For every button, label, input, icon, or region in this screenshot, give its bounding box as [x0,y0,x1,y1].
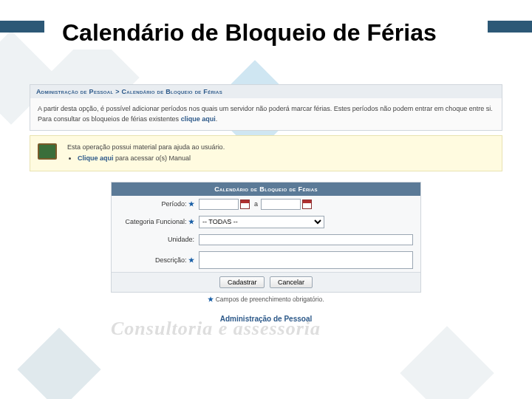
row-unidade: Unidade: [112,231,420,248]
footer-link[interactable]: Administração de Pessoal [30,315,502,323]
textarea-descricao[interactable] [199,251,413,269]
required-star-icon: ★ [188,256,194,264]
decorative-shape [400,326,494,399]
required-star-icon: ★ [208,296,214,303]
label-categoria-text: Categoria Funcional: [125,218,186,225]
required-note: ★ Campos de preenchimento obrigatório. [30,296,502,303]
intro-text-after: . [216,115,218,123]
label-categoria: Categoria Funcional: ★ [117,218,199,225]
row-descricao: Descrição: ★ [112,248,420,272]
required-star-icon: ★ [188,200,194,208]
required-note-text: Campos de preenchimento obrigatório. [216,296,324,303]
help-box: Esta operação possui material para ajuda… [30,135,502,171]
cadastrar-button[interactable]: Cadastrar [219,276,265,288]
select-categoria[interactable]: -- TODAS -- [199,216,324,228]
label-unidade: Unidade: [117,236,199,243]
breadcrumb-current: Calendário de Bloqueio de Férias [122,88,222,95]
help-manual-link[interactable]: Clique aqui [78,154,114,162]
help-manual-suffix: para acessar o(s) Manual [114,154,191,162]
form-panel: Calendário de Bloqueio de Férias Período… [111,182,421,293]
cancelar-button[interactable]: Cancelar [270,276,313,288]
page-title-wrap: Calendário de Bloqueio de Férias [44,16,488,50]
help-line1: Esta operação possui material para ajuda… [67,142,494,153]
decorative-shape [17,327,100,399]
breadcrumb-sep: > [115,88,120,95]
calendar-icon[interactable] [302,200,312,209]
label-descricao: Descrição: ★ [117,256,199,264]
intro-text: A partir desta opção, é possível adicion… [30,98,502,131]
label-periodo-text: Período: [161,200,186,208]
input-data-fim[interactable] [261,199,301,210]
label-a: a [254,200,258,208]
chalkboard-icon [38,143,57,160]
calendar-icon[interactable] [240,200,250,209]
intro-link[interactable]: clique aqui [181,115,216,123]
input-data-inicio[interactable] [199,199,239,210]
required-star-icon: ★ [188,218,194,225]
input-unidade[interactable] [199,234,413,245]
label-periodo: Período: ★ [117,200,199,208]
label-descricao-text: Descrição: [155,256,187,264]
breadcrumb: Administração de Pessoal > Calendário de… [30,84,502,98]
form-header: Calendário de Bloqueio de Férias [112,183,420,196]
page-title: Calendário de Bloqueio de Férias [62,19,470,47]
row-periodo: Período: ★ a [112,196,420,213]
row-categoria: Categoria Funcional: ★ -- TODAS -- [112,213,420,231]
intro-text-before: A partir desta opção, é possível adicion… [38,105,493,123]
button-row: Cadastrar Cancelar [112,272,420,292]
breadcrumb-root[interactable]: Administração de Pessoal [36,88,113,95]
